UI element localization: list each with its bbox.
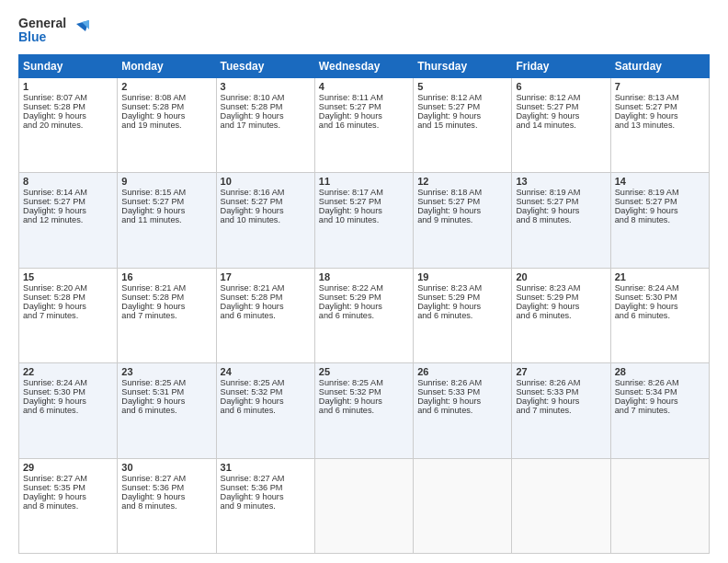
dow-header-saturday: Saturday [610,54,709,77]
day-info-line: and 6 minutes. [23,406,113,415]
day-number: 21 [615,271,705,282]
logo-blue: Blue [18,30,66,44]
day-info-line: and 20 minutes. [23,121,113,130]
day-info-line: Daylight: 9 hours [221,111,311,121]
dow-header-sunday: Sunday [19,54,118,77]
day-number: 16 [121,271,211,282]
calendar-cell: 5Sunrise: 8:12 AMSunset: 5:27 PMDaylight… [414,77,512,172]
day-info-line: Sunset: 5:27 PM [417,197,507,206]
day-info-line: and 6 minutes. [221,406,311,415]
day-info-line: Daylight: 9 hours [121,396,211,406]
day-info-line: Sunset: 5:29 PM [417,293,507,302]
day-info-line: and 6 minutes. [516,311,606,320]
day-info-line: Sunrise: 8:21 AM [221,283,311,293]
day-info-line: Sunset: 5:27 PM [319,102,409,111]
day-info-line: Daylight: 9 hours [516,111,606,121]
day-info-line: Sunrise: 8:21 AM [121,283,211,293]
day-info-line: Sunrise: 8:24 AM [23,378,113,387]
day-info-line: Daylight: 9 hours [417,111,507,121]
day-info-line: Sunset: 5:29 PM [516,293,606,302]
calendar-cell: 4Sunrise: 8:11 AMSunset: 5:27 PMDaylight… [314,77,413,172]
day-info-line: and 16 minutes. [319,121,409,130]
day-number: 9 [121,176,211,187]
day-number: 5 [417,81,507,92]
day-info-line: Daylight: 9 hours [121,492,211,501]
day-number: 15 [23,271,113,282]
day-info-line: Sunset: 5:27 PM [23,197,113,206]
day-number: 29 [23,462,113,473]
day-number: 28 [615,366,705,377]
day-number: 2 [121,81,211,92]
day-number: 3 [221,81,311,92]
day-info-line: Sunrise: 8:13 AM [615,93,705,102]
calendar-cell: 7Sunrise: 8:13 AMSunset: 5:27 PMDaylight… [610,77,709,172]
calendar-cell: 18Sunrise: 8:22 AMSunset: 5:29 PMDayligh… [314,268,413,362]
calendar-cell: 10Sunrise: 8:16 AMSunset: 5:27 PMDayligh… [216,173,314,268]
day-info-line: and 7 minutes. [121,311,211,320]
day-info-line: Sunrise: 8:12 AM [417,93,507,102]
calendar-body: 1Sunrise: 8:07 AMSunset: 5:28 PMDaylight… [19,77,710,553]
calendar-cell [314,458,413,553]
day-info-line: Daylight: 9 hours [417,206,507,215]
day-number: 4 [319,81,409,92]
dow-header-friday: Friday [512,54,610,77]
logo-bird-icon [69,20,89,40]
dow-header-thursday: Thursday [414,54,512,77]
day-info-line: and 6 minutes. [121,406,211,415]
logo-general: General [18,17,66,30]
day-info-line: Sunset: 5:27 PM [121,197,211,206]
calendar-week-5: 29Sunrise: 8:27 AMSunset: 5:35 PMDayligh… [19,458,710,553]
day-info-line: Sunset: 5:33 PM [516,387,606,396]
calendar-cell: 26Sunrise: 8:26 AMSunset: 5:33 PMDayligh… [414,363,512,458]
day-info-line: and 13 minutes. [615,121,705,130]
calendar-cell: 1Sunrise: 8:07 AMSunset: 5:28 PMDaylight… [19,77,118,172]
day-number: 20 [516,271,606,282]
calendar-week-3: 15Sunrise: 8:20 AMSunset: 5:28 PMDayligh… [19,268,710,362]
day-info-line: and 10 minutes. [221,215,311,224]
calendar-cell [512,458,610,553]
day-info-line: Daylight: 9 hours [417,302,507,311]
calendar-cell: 28Sunrise: 8:26 AMSunset: 5:34 PMDayligh… [610,363,709,458]
calendar-cell: 21Sunrise: 8:24 AMSunset: 5:30 PMDayligh… [610,268,709,362]
day-info-line: Sunset: 5:27 PM [615,197,705,206]
day-info-line: and 9 minutes. [417,215,507,224]
day-info-line: Sunrise: 8:22 AM [319,283,409,293]
day-number: 26 [417,366,507,377]
calendar-cell: 25Sunrise: 8:25 AMSunset: 5:32 PMDayligh… [314,363,413,458]
day-info-line: Sunrise: 8:15 AM [121,188,211,197]
day-number: 12 [417,176,507,187]
day-number: 6 [516,81,606,92]
day-info-line: and 8 minutes. [121,501,211,511]
day-info-line: Daylight: 9 hours [615,206,705,215]
day-number: 8 [23,176,113,187]
day-number: 10 [221,176,311,187]
day-info-line: Sunset: 5:32 PM [221,387,311,396]
dow-header-monday: Monday [118,54,216,77]
day-number: 17 [221,271,311,282]
day-number: 25 [319,366,409,377]
dow-header-wednesday: Wednesday [314,54,413,77]
day-info-line: Sunrise: 8:08 AM [121,93,211,102]
day-number: 31 [221,462,311,473]
calendar-cell: 11Sunrise: 8:17 AMSunset: 5:27 PMDayligh… [314,173,413,268]
day-info-line: Sunset: 5:35 PM [23,483,113,492]
day-info-line: Sunrise: 8:07 AM [23,93,113,102]
day-info-line: and 7 minutes. [516,406,606,415]
day-info-line: Daylight: 9 hours [121,111,211,121]
day-number: 24 [221,366,311,377]
day-info-line: Daylight: 9 hours [417,396,507,406]
calendar-cell: 19Sunrise: 8:23 AMSunset: 5:29 PMDayligh… [414,268,512,362]
calendar-cell: 27Sunrise: 8:26 AMSunset: 5:33 PMDayligh… [512,363,610,458]
day-info-line: Sunrise: 8:25 AM [221,378,311,387]
header: General Blue [18,17,710,45]
calendar-cell: 12Sunrise: 8:18 AMSunset: 5:27 PMDayligh… [414,173,512,268]
day-info-line: Daylight: 9 hours [23,396,113,406]
day-info-line: and 19 minutes. [121,121,211,130]
calendar-cell: 14Sunrise: 8:19 AMSunset: 5:27 PMDayligh… [610,173,709,268]
day-info-line: Sunrise: 8:11 AM [319,93,409,102]
calendar-cell: 24Sunrise: 8:25 AMSunset: 5:32 PMDayligh… [216,363,314,458]
day-info-line: Sunrise: 8:26 AM [516,378,606,387]
calendar-cell: 22Sunrise: 8:24 AMSunset: 5:30 PMDayligh… [19,363,118,458]
day-info-line: Sunset: 5:28 PM [121,293,211,302]
calendar-cell: 20Sunrise: 8:23 AMSunset: 5:29 PMDayligh… [512,268,610,362]
